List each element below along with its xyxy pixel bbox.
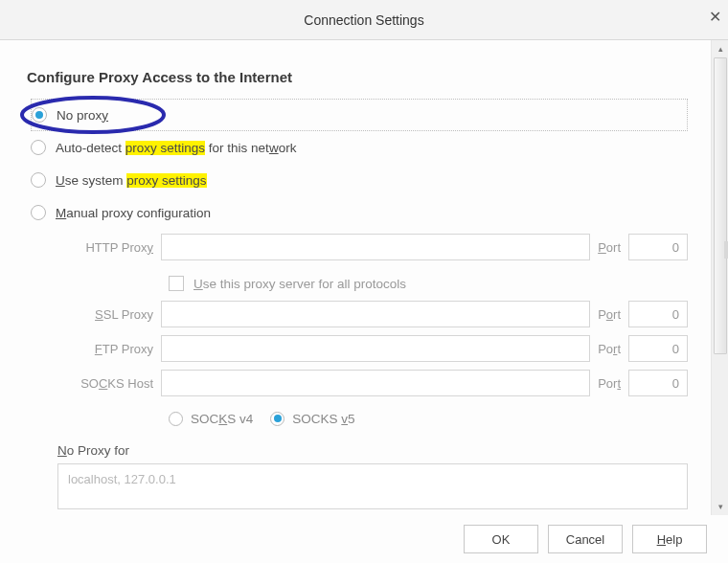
radio-icon bbox=[31, 205, 46, 220]
http-proxy-row: HTTP Proxy Port bbox=[57, 233, 688, 261]
socks-v4-label: SOCKS v4 bbox=[191, 412, 253, 426]
scroll-down-arrow-icon[interactable]: ▾ bbox=[712, 498, 728, 515]
http-proxy-label: HTTP Proxy bbox=[57, 240, 153, 255]
ssl-proxy-row: SSL Proxy Port bbox=[57, 300, 688, 328]
scroll-up-arrow-icon[interactable]: ▴ bbox=[712, 40, 728, 57]
ftp-proxy-input[interactable] bbox=[161, 335, 590, 362]
socks-host-label: SOCKS Host bbox=[57, 376, 153, 391]
http-proxy-input[interactable] bbox=[161, 234, 590, 260]
cancel-button[interactable]: Cancel bbox=[548, 525, 623, 553]
radio-icon bbox=[31, 172, 46, 188]
window-title: Connection Settings bbox=[304, 12, 423, 28]
manual-proxy-fields: HTTP Proxy Port Use this proxy server fo… bbox=[57, 233, 688, 434]
ok-button[interactable]: OK bbox=[464, 525, 538, 553]
socks-port-input[interactable] bbox=[628, 370, 688, 396]
proxy-mode-radio-group: No proxy Auto-detect proxy settings for … bbox=[31, 99, 688, 229]
radio-no-proxy[interactable]: No proxy bbox=[31, 99, 688, 131]
http-port-label: Port bbox=[598, 240, 621, 255]
help-button[interactable]: Help bbox=[632, 525, 707, 553]
radio-auto-detect-label: Auto-detect proxy settings for this netw… bbox=[56, 141, 296, 155]
scroll-area: Configure Proxy Access to the Internet N… bbox=[0, 40, 711, 515]
ssl-port-input[interactable] bbox=[628, 301, 688, 327]
close-icon[interactable]: ✕ bbox=[707, 8, 722, 26]
ssl-proxy-label: SSL Proxy bbox=[57, 307, 153, 322]
no-proxy-for-textarea[interactable]: localhost, 127.0.0.1 bbox=[57, 463, 688, 509]
ftp-port-label: Port bbox=[598, 342, 621, 356]
radio-manual[interactable]: Manual proxy configuration bbox=[31, 196, 688, 229]
content-wrapper: Configure Proxy Access to the Internet N… bbox=[0, 40, 728, 515]
scrollbar-thumb[interactable] bbox=[714, 57, 727, 354]
ftp-proxy-label: FTP Proxy bbox=[57, 342, 153, 356]
checkbox-icon bbox=[169, 276, 184, 291]
ftp-proxy-row: FTP Proxy Port bbox=[57, 334, 688, 363]
radio-socks-v4[interactable]: SOCKS v4 bbox=[169, 412, 253, 426]
no-proxy-for-label: No Proxy for bbox=[57, 443, 688, 458]
dialog-button-bar: OK Cancel Help bbox=[0, 515, 728, 563]
radio-use-system-label: Use system proxy settings bbox=[56, 173, 207, 188]
socks-host-row: SOCKS Host Port bbox=[57, 369, 688, 397]
radio-use-system[interactable]: Use system proxy settings bbox=[31, 164, 688, 196]
socks-version-row: SOCKS v4 SOCKS v5 bbox=[169, 403, 688, 434]
ssl-port-label: Port bbox=[598, 307, 621, 322]
radio-icon bbox=[169, 412, 183, 426]
vertical-scrollbar[interactable]: ▴ ▾ bbox=[711, 40, 728, 515]
radio-auto-detect[interactable]: Auto-detect proxy settings for this netw… bbox=[31, 131, 688, 164]
radio-no-proxy-label: No proxy bbox=[57, 108, 108, 123]
no-proxy-for-section: No Proxy for localhost, 127.0.0.1 bbox=[57, 443, 688, 512]
socks-port-label: Port bbox=[598, 376, 621, 391]
ssl-proxy-input[interactable] bbox=[161, 301, 590, 327]
radio-icon bbox=[31, 140, 46, 155]
radio-manual-label: Manual proxy configuration bbox=[56, 206, 211, 220]
http-port-input[interactable] bbox=[628, 234, 688, 260]
use-all-protocols-label: Use this proxy server for all protocols bbox=[193, 277, 406, 291]
titlebar: Connection Settings ✕ bbox=[0, 0, 728, 40]
section-heading: Configure Proxy Access to the Internet bbox=[27, 69, 688, 85]
use-all-protocols-row[interactable]: Use this proxy server for all protocols bbox=[169, 267, 688, 300]
ftp-port-input[interactable] bbox=[628, 335, 688, 362]
radio-icon bbox=[270, 412, 284, 426]
scrollbar-marker bbox=[724, 241, 728, 259]
radio-socks-v5[interactable]: SOCKS v5 bbox=[270, 412, 354, 426]
radio-icon bbox=[32, 107, 47, 123]
socks-v5-label: SOCKS v5 bbox=[292, 412, 354, 426]
socks-host-input[interactable] bbox=[161, 370, 590, 396]
